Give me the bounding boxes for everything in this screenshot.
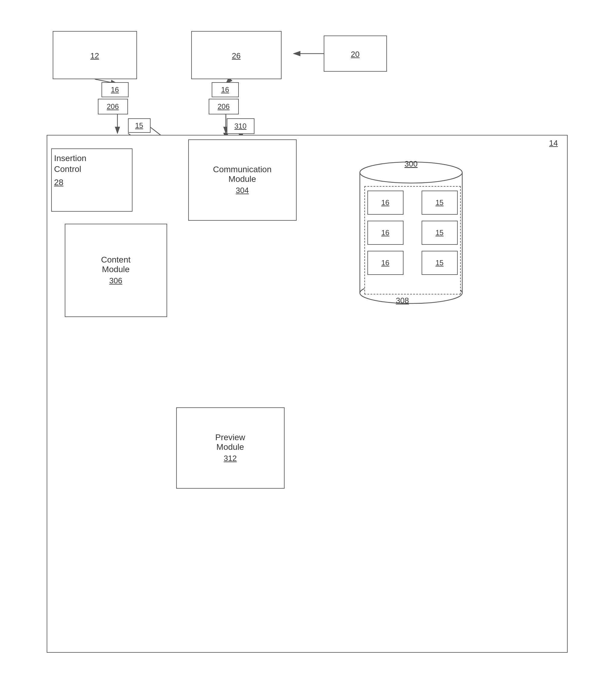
box-20: 20: [324, 35, 387, 72]
comm-module-number: 304: [236, 186, 249, 195]
content-module-box: ContentModule 306: [65, 224, 167, 317]
preview-module-number: 312: [224, 454, 237, 463]
preview-module-box: PreviewModule 312: [176, 407, 285, 489]
db-cell-15-2: 15: [421, 221, 458, 245]
content-module-label: ContentModule: [101, 255, 130, 274]
db-cell-15-1: 15: [421, 191, 458, 215]
box-26: 26: [191, 31, 282, 79]
comm-module-label: CommunicationModule: [213, 165, 272, 184]
label-310: 310: [227, 118, 254, 134]
diagram-container: 12 26 20 16 206 16 206 15 310 14 Inserti…: [35, 19, 577, 681]
box-12: 12: [53, 31, 137, 79]
label-15-top: 15: [128, 118, 151, 133]
preview-module-label: PreviewModule: [215, 433, 245, 452]
db-cell-16-1: 16: [367, 191, 403, 215]
outer-box-14-label: 14: [549, 138, 558, 148]
label-206-center: 206: [209, 99, 239, 115]
box-20-label: 20: [351, 50, 360, 59]
insertion-control-text: Insertion Control 28: [54, 153, 86, 188]
box-26-label: 26: [232, 51, 241, 60]
db-cell-16-3: 16: [367, 251, 403, 275]
label-206-left: 206: [98, 99, 128, 115]
db-cell-16-2: 16: [367, 221, 403, 245]
svg-text:300: 300: [404, 159, 417, 168]
label-16-top-left: 16: [102, 82, 129, 97]
label-308: 308: [396, 296, 409, 305]
content-module-number: 306: [109, 276, 122, 285]
label-16-top-center: 16: [212, 82, 239, 97]
box-12-label: 12: [90, 51, 99, 60]
outer-box-14: 14: [47, 135, 568, 653]
db-cell-15-3: 15: [421, 251, 458, 275]
comm-module-box: CommunicationModule 304: [188, 139, 297, 221]
